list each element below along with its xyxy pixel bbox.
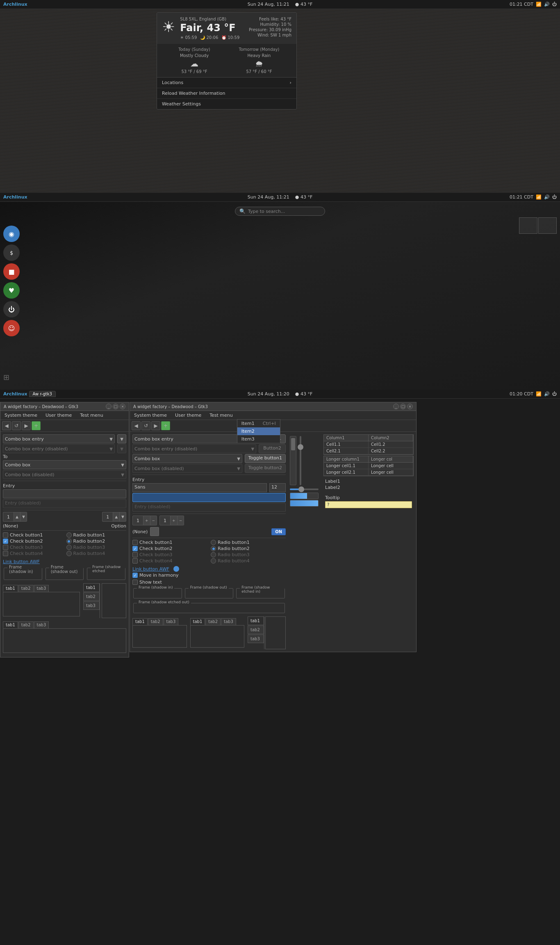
gtk-large-spin1-up[interactable]: +: [143, 516, 150, 525]
dock-item-5[interactable]: ⏻: [3, 301, 20, 317]
gtk-large-close[interactable]: ×: [407, 404, 413, 409]
gtk-large-menu-item2[interactable]: Item2: [237, 427, 280, 435]
dock-item-3[interactable]: ■: [3, 263, 20, 280]
gtk-small-nb2-tab2[interactable]: tab2: [18, 621, 34, 628]
gtk-large-menu-item3[interactable]: Item3: [237, 435, 280, 443]
gtk-large-menu-user[interactable]: User theme: [171, 412, 205, 419]
gtk-small-radio1-btn[interactable]: [66, 532, 72, 538]
gtk-large-switch[interactable]: ON: [271, 527, 286, 536]
thumbnail-2[interactable]: [538, 217, 557, 234]
gtk-large-spin2-down[interactable]: −: [177, 516, 184, 525]
gtk-large-nb2-tab2[interactable]: tab2: [205, 618, 221, 625]
gtk-large-menu-system[interactable]: System theme: [130, 412, 171, 419]
gtk-large-nb2-tab1[interactable]: tab1: [190, 618, 205, 625]
gtk-large-radio1[interactable]: Radio button1: [211, 540, 286, 545]
gtk-small-menu-user[interactable]: User theme: [41, 412, 76, 419]
dock-item-1[interactable]: ◉: [3, 226, 20, 242]
gtk-small-spin-down[interactable]: ▼: [20, 512, 27, 521]
gtk-small-radio2-btn[interactable]: [66, 539, 72, 544]
weather-reload-menu[interactable]: Reload Weather Information: [157, 88, 296, 99]
gtk-large-vscale[interactable]: [300, 436, 301, 485]
gtk-large-toggle1[interactable]: Toggle button1: [245, 454, 286, 463]
gtk-large-show-text[interactable]: Show text: [132, 580, 162, 585]
weather-settings-menu[interactable]: Weather Settings: [157, 99, 296, 109]
gtk-large-spin1-down[interactable]: −: [150, 516, 157, 525]
gtk-small-nb2-tab3[interactable]: tab3: [34, 621, 49, 628]
gtk-large-nb-tab3[interactable]: tab3: [164, 618, 179, 625]
dock-item-2[interactable]: $: [3, 244, 20, 261]
gtk-large-link-btn[interactable]: Link button AWF: [132, 566, 169, 572]
gtk-large-sidetab2[interactable]: tab2: [248, 625, 264, 634]
gtk-small-nb-tab2[interactable]: tab2: [18, 585, 34, 592]
gtk-large-forward-btn[interactable]: ▶: [151, 421, 160, 430]
gtk-large-tree2[interactable]: Longer column1 Longer col Longer cell1.1…: [323, 456, 414, 476]
gtk-large-new-btn[interactable]: +: [161, 421, 170, 430]
gtk-small-minimize[interactable]: _: [106, 404, 112, 409]
gtk-small-nb2-tab1[interactable]: tab1: [3, 621, 18, 628]
weather-locations-menu[interactable]: Locations ›: [157, 78, 296, 88]
gtk-large-color-btn[interactable]: [150, 527, 159, 536]
gtk-large-move-harmony[interactable]: Move in harmony: [132, 573, 179, 578]
gtk-small-forward-btn[interactable]: ▶: [22, 421, 31, 430]
gtk-large-entry-active[interactable]: [132, 493, 286, 502]
gtk-small-spin2-down[interactable]: ▼: [119, 512, 126, 521]
gtk-large-menu-test[interactable]: Test menu: [205, 412, 237, 419]
gtk-large-hscale-handle[interactable]: [298, 486, 304, 492]
gtk-small-spin[interactable]: 1 ▲ ▼: [3, 512, 27, 522]
gtk-large-font-entry[interactable]: Sans: [132, 483, 267, 492]
gtk-small-radio1[interactable]: Radio button1: [66, 532, 127, 538]
taskbar1-logo[interactable]: Archlinux: [3, 2, 27, 7]
gtk-small-new-btn[interactable]: +: [32, 421, 41, 430]
gtk-small-sidetab3[interactable]: tab3: [83, 601, 100, 610]
gtk-large-nb-tab1[interactable]: tab1: [132, 618, 148, 625]
gtk-large-radio2[interactable]: Radio button2: [211, 546, 286, 551]
gtk-large-combo[interactable]: Combo box ▼: [132, 454, 242, 463]
gtk-large-menu-item1[interactable]: Item1 Ctrl+I: [237, 420, 280, 427]
gtk-small-check1[interactable]: Check button1: [3, 532, 63, 538]
gtk-large-vscale-handle[interactable]: [298, 444, 303, 450]
gtk-large-show-text-box[interactable]: [132, 580, 138, 585]
gtk-small-maximize[interactable]: □: [113, 404, 118, 409]
gtk-small-check2-box[interactable]: [3, 539, 8, 544]
gtk-small-sidetab1[interactable]: tab1: [83, 583, 100, 592]
gtk-large-check2-box[interactable]: [132, 546, 138, 551]
app-grid-icon[interactable]: ⊞: [3, 373, 9, 381]
gtk-large-minimize[interactable]: _: [393, 404, 399, 409]
gtk-small-refresh-btn[interactable]: ↺: [12, 421, 21, 430]
gtk-small-nb-tab1[interactable]: tab1: [3, 585, 18, 592]
gtk-large-radio2-btn[interactable]: [211, 546, 216, 551]
gtk-large-refresh-btn[interactable]: ↺: [141, 421, 150, 430]
gtk-small-spin2-up[interactable]: ▲: [113, 512, 119, 521]
gtk-large-tree1[interactable]: Column1 Column2 Cell1.1 Cell1.2 Cell2.1 …: [323, 434, 414, 455]
gtk-large-spin1[interactable]: 1 + −: [132, 516, 157, 525]
gtk-small-menu-system[interactable]: System theme: [0, 412, 41, 419]
taskbar3-logo[interactable]: Archlinux: [3, 391, 27, 397]
gtk-small-combo[interactable]: Combo box ▼: [3, 460, 126, 469]
gtk-small-radio2[interactable]: Radio button2: [66, 539, 127, 544]
gtk-small-nb-tab3[interactable]: tab3: [34, 585, 49, 592]
gtk-large-check2[interactable]: Check button2: [132, 546, 207, 551]
gtk-large-hscale[interactable]: [290, 488, 319, 490]
taskbar3-tab-gtk[interactable]: Aw r-gtk3: [29, 391, 56, 397]
gtk-large-sidetab1[interactable]: tab1: [248, 616, 264, 625]
gtk-large-maximize[interactable]: □: [400, 404, 406, 409]
gtk-small-menu-test[interactable]: Test menu: [76, 412, 107, 419]
gtk-large-back-btn[interactable]: ◀: [132, 421, 141, 430]
gtk-small-combo-entry[interactable]: Combo box entry ▼: [3, 434, 115, 443]
gtk-large-spin2[interactable]: 1 + −: [159, 516, 184, 525]
gtk-small-link-btn[interactable]: Link button AWF: [3, 559, 40, 564]
gtk-small-spin-up[interactable]: ▲: [14, 512, 20, 521]
thumbnail-1[interactable]: [519, 217, 537, 234]
gtk-large-vscrollbar[interactable]: [290, 436, 296, 485]
gtk-large-spin2-up[interactable]: +: [170, 516, 177, 525]
gtk-large-nb-tab2[interactable]: tab2: [148, 618, 163, 625]
search-placeholder[interactable]: Type to search...: [248, 209, 285, 214]
taskbar2-logo[interactable]: Archlinux: [3, 194, 27, 200]
dock-item-4[interactable]: ♥: [3, 282, 20, 299]
gtk-large-check1[interactable]: Check button1: [132, 540, 207, 545]
gtk-large-font-size[interactable]: 12: [269, 483, 286, 492]
gtk-large-radio1-btn[interactable]: [211, 540, 216, 545]
gtk-small-close[interactable]: ×: [120, 404, 125, 409]
gtk-large-move-harmony-box[interactable]: [132, 573, 138, 578]
gtk-small-entry[interactable]: [3, 489, 126, 498]
